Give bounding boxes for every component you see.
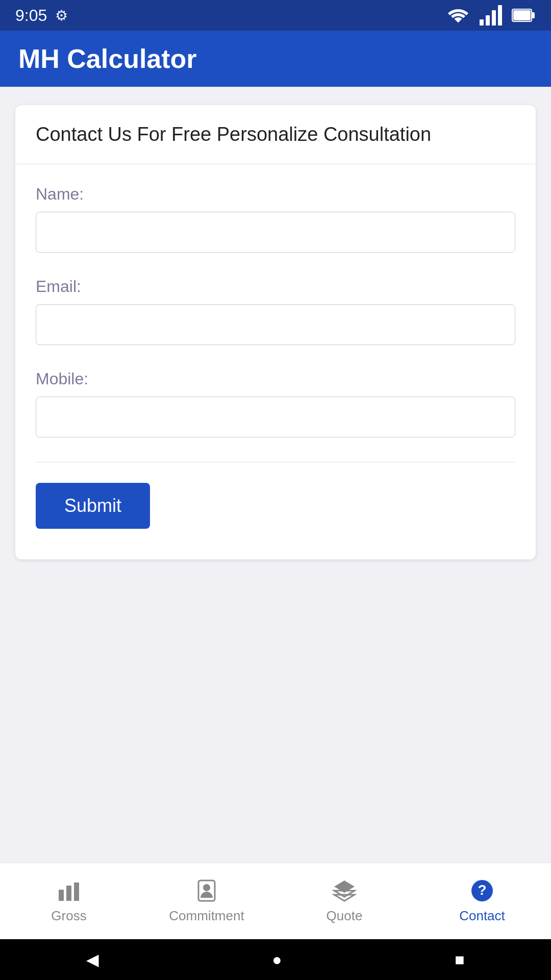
android-nav: ◀ ● ■ xyxy=(0,939,551,980)
email-input[interactable] xyxy=(36,304,515,345)
nav-label-quote: Quote xyxy=(327,908,363,924)
nav-label-contact: Contact xyxy=(459,908,505,924)
form-header-title: Contact Us For Free Personalize Consulta… xyxy=(36,124,431,145)
mobile-input[interactable] xyxy=(36,397,515,437)
battery-icon xyxy=(511,3,536,28)
nav-item-gross[interactable]: Gross xyxy=(0,863,138,939)
svg-rect-7 xyxy=(59,890,64,901)
svg-rect-6 xyxy=(513,10,531,20)
svg-rect-8 xyxy=(66,886,71,901)
name-input[interactable] xyxy=(36,212,515,253)
help-circle-icon: ? xyxy=(470,878,494,903)
nav-item-quote[interactable]: Quote xyxy=(276,863,413,939)
mobile-label: Mobile: xyxy=(36,370,515,388)
contact-form-card: Contact Us For Free Personalize Consulta… xyxy=(15,105,536,559)
svg-rect-5 xyxy=(532,12,535,18)
name-label: Name: xyxy=(36,185,515,204)
form-body: Name: Email: Mobile: Submit xyxy=(15,164,536,559)
main-content: Contact Us For Free Personalize Consulta… xyxy=(0,87,551,863)
svg-rect-3 xyxy=(498,5,502,26)
svg-rect-0 xyxy=(480,19,484,26)
status-time: 9:05 xyxy=(15,6,47,25)
svg-rect-9 xyxy=(74,883,79,901)
status-left: 9:05 ⚙ xyxy=(15,6,68,25)
recent-button[interactable]: ■ xyxy=(455,950,464,969)
name-form-group: Name: xyxy=(36,185,515,253)
nav-item-commitment[interactable]: Commitment xyxy=(138,863,276,939)
svg-rect-2 xyxy=(492,10,496,26)
email-label: Email: xyxy=(36,277,515,296)
bar-chart-icon xyxy=(57,878,81,903)
app-bar: MH Calculator xyxy=(0,31,551,87)
home-button[interactable]: ● xyxy=(272,950,282,969)
wifi-icon xyxy=(446,3,470,28)
signal-icon xyxy=(479,3,503,28)
status-bar: 9:05 ⚙ xyxy=(0,0,551,31)
form-divider xyxy=(36,462,515,462)
nav-label-gross: Gross xyxy=(51,908,86,924)
svg-point-11 xyxy=(203,884,210,891)
bottom-nav: Gross Commitment Quote ? Contact xyxy=(0,863,551,939)
svg-text:?: ? xyxy=(478,882,486,898)
status-right xyxy=(446,3,536,28)
email-form-group: Email: xyxy=(36,277,515,345)
layers-icon xyxy=(332,878,357,903)
app-title: MH Calculator xyxy=(18,43,197,74)
nav-label-commitment: Commitment xyxy=(169,908,244,924)
mobile-form-group: Mobile: xyxy=(36,370,515,437)
svg-rect-1 xyxy=(486,15,490,26)
back-button[interactable]: ◀ xyxy=(86,950,99,969)
svg-marker-14 xyxy=(334,895,355,901)
nav-item-contact[interactable]: ? Contact xyxy=(413,863,551,939)
form-header: Contact Us For Free Personalize Consulta… xyxy=(15,105,536,164)
gear-icon: ⚙ xyxy=(55,7,68,24)
submit-button[interactable]: Submit xyxy=(36,483,150,529)
person-badge-icon xyxy=(194,878,219,903)
